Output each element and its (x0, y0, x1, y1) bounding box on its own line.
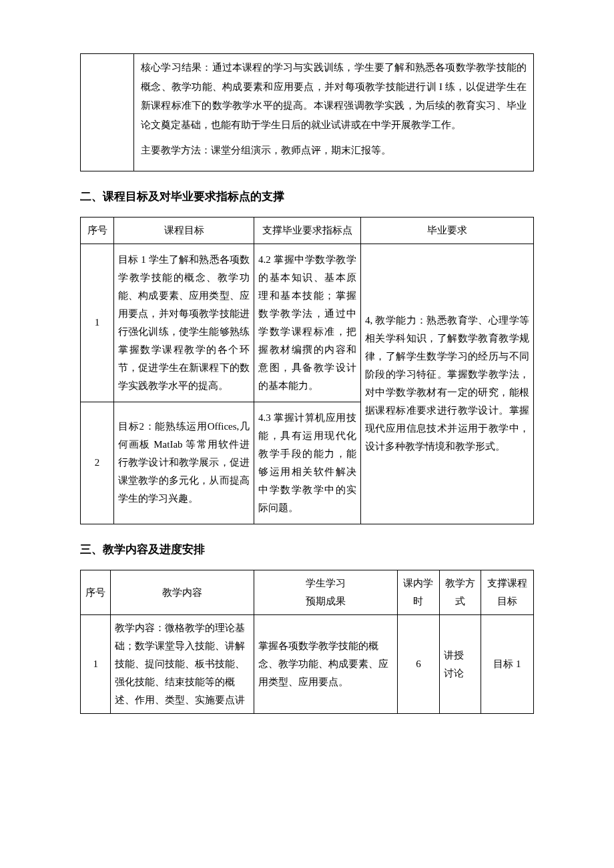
table-row: 1 教学内容：微格教学的理论基础；数学课堂导入技能、讲解技能、提问技能、板书技能… (81, 615, 534, 714)
outcome-cell: 掌握各项数学教学技能的概念、教学功能、构成要素、应用类型、应用要点。 (254, 615, 398, 714)
header-seq: 序号 (81, 570, 111, 615)
goal-cell: 目标 1 学生了解和熟悉各项数学教学技能的概念、教学功能、构成要素、应用类型、应… (114, 244, 254, 402)
summary-content: 核心学习结果：通过本课程的学习与实践训练，学生要了解和熟悉各项数学教学技能的概念… (134, 54, 533, 171)
header-content: 教学内容 (111, 570, 254, 615)
point-cell: 4.2 掌握中学数学教学的基本知识、基本原理和基本技能；掌握数学教学法，通过中学… (254, 244, 361, 402)
method-cell: 讲授 讨论 (439, 615, 481, 714)
header-seq: 序号 (81, 217, 114, 244)
header-support: 支撑课程目标 (481, 570, 533, 615)
section-2-heading: 二、课程目标及对毕业要求指标点的支撑 (80, 186, 534, 207)
header-hours: 课内学时 (398, 570, 439, 615)
seq-cell: 1 (81, 244, 114, 402)
course-goal-table: 序号 课程目标 支撑毕业要求指标点 毕业要求 1 目标 1 学生了解和熟悉各项数… (80, 217, 534, 524)
hours-cell: 6 (398, 615, 439, 714)
support-cell: 目标 1 (481, 615, 533, 714)
course-summary-box: 核心学习结果：通过本课程的学习与实践训练，学生要了解和熟悉各项数学教学技能的概念… (80, 53, 534, 171)
table-header-row: 序号 教学内容 学生学习 预期成果 课内学时 教学方式 支撑课程目标 (81, 570, 534, 615)
header-requirement: 毕业要求 (361, 217, 534, 244)
seq-cell: 2 (81, 402, 114, 524)
teaching-schedule-table: 序号 教学内容 学生学习 预期成果 课内学时 教学方式 支撑课程目标 1 教学内… (80, 570, 534, 714)
goal-cell: 目标2：能熟练运用Offices,几何画板 MatIab 等常用软件进行教学设计… (114, 402, 254, 524)
seq-cell: 1 (81, 615, 111, 714)
core-outcome-paragraph: 核心学习结果：通过本课程的学习与实践训练，学生要了解和熟悉各项数学教学技能的概念… (141, 58, 527, 134)
content-cell: 教学内容：微格教学的理论基础；数学课堂导入技能、讲解技能、提问技能、板书技能、强… (111, 615, 254, 714)
section-3-heading: 三、教学内容及进度安排 (80, 539, 534, 560)
point-cell: 4.3 掌握计算机应用技能，具有运用现代化教学手段的能力，能够运用相关软件解决中… (254, 402, 361, 524)
table-header-row: 序号 课程目标 支撑毕业要求指标点 毕业要求 (81, 217, 534, 244)
requirement-cell: 4, 教学能力：熟悉教育学、心理学等相关学科知识，了解数学教育教学规律，了解学生… (361, 244, 534, 524)
header-goal: 课程目标 (114, 217, 254, 244)
header-method: 教学方式 (439, 570, 481, 615)
summary-left-blank (81, 54, 134, 171)
table-row: 1 目标 1 学生了解和熟悉各项数学教学技能的概念、教学功能、构成要素、应用类型… (81, 244, 534, 402)
teaching-method-paragraph: 主要教学方法：课堂分组演示，教师点评，期末汇报等。 (141, 141, 527, 160)
header-point: 支撑毕业要求指标点 (254, 217, 361, 244)
header-outcome: 学生学习 预期成果 (254, 570, 398, 615)
